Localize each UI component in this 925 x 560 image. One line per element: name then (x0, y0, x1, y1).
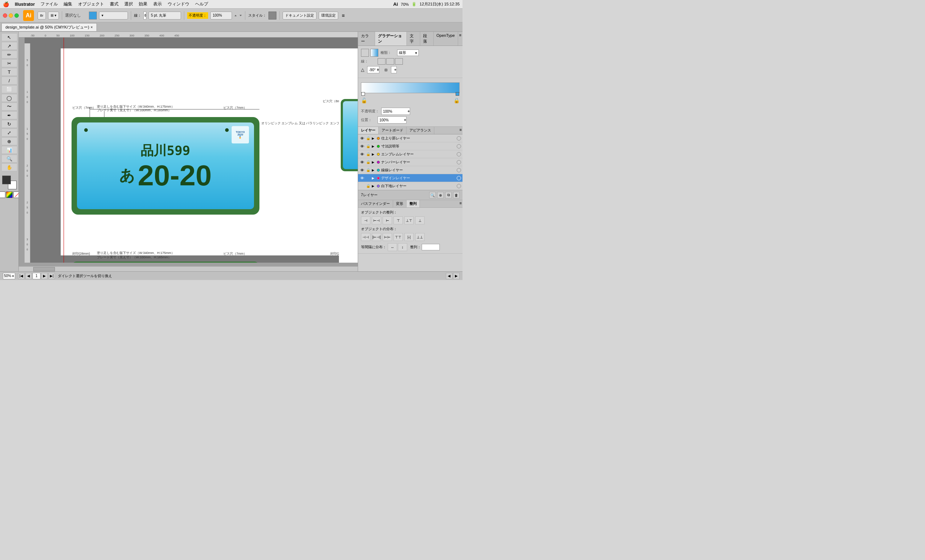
layer-expand-5[interactable]: ▶ (372, 176, 375, 180)
gradient-type-icon1[interactable] (361, 49, 369, 57)
dist-top-btn[interactable]: ⊤⊤ (393, 233, 403, 241)
none-btn[interactable] (14, 191, 19, 198)
layer-item-0[interactable]: 👁 🔒 ▶ 仕上り罫レイヤー (358, 134, 462, 142)
line-tool[interactable]: / (2, 77, 17, 84)
workspace-button[interactable]: ⊞ ▾ (48, 12, 59, 20)
gradient-position-input[interactable]: 100% (378, 116, 407, 123)
layer-target-3[interactable] (457, 160, 461, 164)
style-swatch[interactable] (268, 12, 276, 20)
layer-target-5[interactable] (457, 176, 461, 180)
equal-dist-h-btn[interactable]: ↔ (388, 243, 397, 251)
pencil-tool[interactable]: ✒ (2, 111, 17, 119)
layer-lock-4[interactable]: 🔒 (366, 168, 371, 172)
blend-tool[interactable]: ⊕ (2, 137, 17, 145)
layer-vis-6[interactable] (360, 184, 365, 188)
fill-color-swatch[interactable] (89, 12, 97, 20)
layers-tab-appearance[interactable]: アピアランス (407, 127, 434, 134)
layer-target-6[interactable] (457, 184, 461, 188)
doc-settings-btn[interactable]: ドキュメント設定 (283, 12, 316, 20)
layers-tab-layers[interactable]: レイヤー (358, 127, 379, 134)
gradient-stop-left[interactable] (361, 92, 365, 96)
gradient-lock-left[interactable]: 🔓 (361, 98, 367, 103)
opacity-up[interactable] (235, 15, 237, 16)
minimize-button[interactable] (9, 14, 13, 18)
align-top-btn[interactable]: ⊤ (393, 217, 403, 224)
type-tool[interactable]: T (2, 68, 17, 76)
env-settings-btn[interactable]: 環境設定 (319, 12, 338, 20)
ellipse-tool[interactable]: ◯ (2, 94, 17, 102)
layer-lock-3[interactable]: 🔒 (366, 160, 371, 164)
layer-search-btn[interactable]: 🔍 (429, 192, 436, 198)
layer-expand-4[interactable]: ▶ (372, 169, 375, 172)
menu-object[interactable]: オブジェクト (78, 1, 104, 7)
layer-vis-4[interactable]: 👁 (360, 168, 365, 173)
gradient-opacity-input[interactable]: 100% (381, 108, 410, 115)
menu-view[interactable]: 表示 (153, 1, 162, 7)
pathfinder-menu-btn[interactable]: ≡ (459, 200, 462, 208)
tab-opentype[interactable]: OpenType (434, 32, 458, 45)
layer-duplicate-btn[interactable]: ⧉ (445, 192, 452, 198)
pen-tool[interactable]: ✏ (2, 51, 17, 59)
menu-type[interactable]: 書式 (110, 1, 119, 7)
direct-selection-tool[interactable]: ↗ (2, 42, 17, 50)
first-page-btn[interactable]: |◀ (18, 273, 24, 279)
zoom-input[interactable]: 50% (3, 273, 15, 279)
panel-menu-btn[interactable]: ≡ (458, 32, 462, 45)
menu-effect[interactable]: 効果 (139, 1, 148, 7)
dist-center-h-btn[interactable]: |⊢⊣| (372, 233, 381, 241)
selection-tool[interactable]: ↖ (2, 33, 17, 41)
fill-dropdown[interactable]: ▾ (99, 12, 128, 20)
layers-panel-menu[interactable]: ≡ (459, 127, 462, 134)
layer-target-4[interactable] (457, 168, 461, 172)
zoom-spinner[interactable] (12, 275, 14, 277)
layer-target-2[interactable] (457, 152, 461, 157)
gradient-btn[interactable] (6, 191, 13, 198)
canvas-content[interactable]: 50 100 150 200 250 300 350 400 (24, 38, 358, 263)
layer-lock-2[interactable]: 🔒 (366, 152, 371, 156)
layer-item-4[interactable]: 👁 🔒 ▶ 線線レイヤー (358, 166, 462, 174)
layer-expand-2[interactable]: ▶ (372, 152, 375, 156)
align-to-input[interactable] (422, 244, 440, 250)
layer-expand-0[interactable]: ▶ (372, 137, 375, 140)
layer-target-0[interactable] (457, 136, 461, 140)
gradient-type-select[interactable]: 線形 ▾ (397, 50, 419, 56)
tab-character[interactable]: 文字 (407, 32, 420, 45)
none-color-btn[interactable] (0, 191, 5, 198)
layer-item-5[interactable]: 👁 ▶ デザインレイヤー (358, 174, 462, 182)
tab-gradient[interactable]: グラデーション (375, 32, 407, 45)
scissors-tool[interactable]: ✂ (2, 59, 17, 67)
opacity-down[interactable] (240, 15, 242, 16)
menu-edit[interactable]: 編集 (63, 1, 72, 7)
zoom-tool[interactable]: 🔍 (2, 155, 17, 163)
gradient-stop-right[interactable] (456, 92, 459, 96)
maximize-button[interactable] (14, 14, 19, 18)
page-number[interactable]: 1 (33, 273, 41, 279)
layer-item-1[interactable]: 👁 🔒 ▶ 寸法説明等 (358, 142, 462, 150)
align-bottom-btn[interactable]: ⊥ (415, 217, 425, 224)
layer-delete-btn[interactable]: 🗑 (453, 192, 459, 198)
align-tab[interactable]: 整列 (407, 200, 420, 208)
layer-vis-1[interactable]: 👁 (360, 144, 365, 149)
stroke-style-btn[interactable]: 5 pt. 丸筆 (149, 12, 181, 20)
layer-vis-0[interactable]: 👁 (360, 136, 365, 141)
pathfinder-tab[interactable]: パスファインダー (358, 200, 393, 208)
scrollbar-thumb[interactable] (33, 267, 55, 271)
gradient-preview[interactable] (361, 82, 459, 93)
layer-add-btn[interactable]: ⊕ (437, 192, 444, 198)
layer-item-2[interactable]: 👁 🔒 ▶ エンブレムレイヤー (358, 150, 462, 158)
dist-left-btn[interactable]: ⊣⊣ (361, 233, 371, 241)
stroke-mode-1[interactable] (378, 58, 386, 65)
layer-vis-3[interactable]: 👁 (360, 160, 365, 165)
align-center-h-btn[interactable]: ⊢⊣ (372, 217, 381, 224)
aspect-spinner[interactable] (394, 69, 396, 71)
scale-tool[interactable]: ⤢ (2, 129, 17, 137)
transform-tab[interactable]: 変形 (393, 200, 407, 208)
fill-color-box[interactable] (2, 176, 11, 184)
tab-paragraph[interactable]: 段落 (420, 32, 434, 45)
layers-tab-artboard[interactable]: アートボード (379, 127, 407, 134)
position-spinner[interactable] (404, 119, 406, 121)
status-right-btn1[interactable]: ◀ (446, 273, 452, 279)
layer-lock-6[interactable]: 🔒 (366, 184, 371, 188)
dist-bottom-btn[interactable]: ⊥⊥ (415, 233, 425, 241)
close-button[interactable] (3, 14, 7, 18)
